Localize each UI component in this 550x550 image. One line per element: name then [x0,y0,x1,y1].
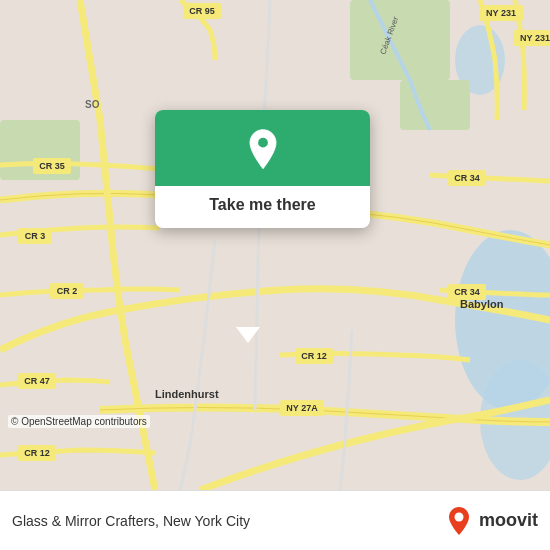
svg-text:CR 3: CR 3 [25,231,46,241]
svg-text:CR 34: CR 34 [454,287,480,297]
moovit-brand-text: moovit [479,510,538,531]
svg-point-37 [454,512,463,521]
location-pin-icon [241,128,285,172]
location-info-text: Glass & Mirror Crafters, New York City [12,513,250,529]
popup-card-bottom: Take me there [155,186,370,228]
svg-text:CR 35: CR 35 [39,161,65,171]
popup-card: Take me there [155,110,370,228]
svg-text:Lindenhurst: Lindenhurst [155,388,219,400]
svg-text:SO: SO [85,99,100,110]
popup-pointer [236,327,260,343]
svg-text:CR 34: CR 34 [454,173,480,183]
moovit-pin-icon [443,505,475,537]
info-bar: Glass & Mirror Crafters, New York City m… [0,490,550,550]
svg-text:CR 12: CR 12 [24,448,50,458]
svg-text:Babylon: Babylon [460,298,504,310]
take-me-there-button[interactable]: Take me there [171,196,354,214]
svg-text:NY 231: NY 231 [520,33,550,43]
svg-text:NY 231: NY 231 [486,8,516,18]
map-attribution: © OpenStreetMap contributors [8,415,150,428]
popup-card-top [155,110,370,186]
svg-text:NY 27A: NY 27A [286,403,318,413]
svg-point-36 [258,138,268,148]
svg-text:CR 47: CR 47 [24,376,50,386]
svg-rect-5 [350,0,450,80]
moovit-logo: moovit [443,505,538,537]
svg-text:CR 12: CR 12 [301,351,327,361]
svg-text:CR 2: CR 2 [57,286,78,296]
svg-text:CR 95: CR 95 [189,6,215,16]
map-container: CR 95 SO NY 231 NY 231 CR 35 NY CR 3 CR … [0,0,550,490]
